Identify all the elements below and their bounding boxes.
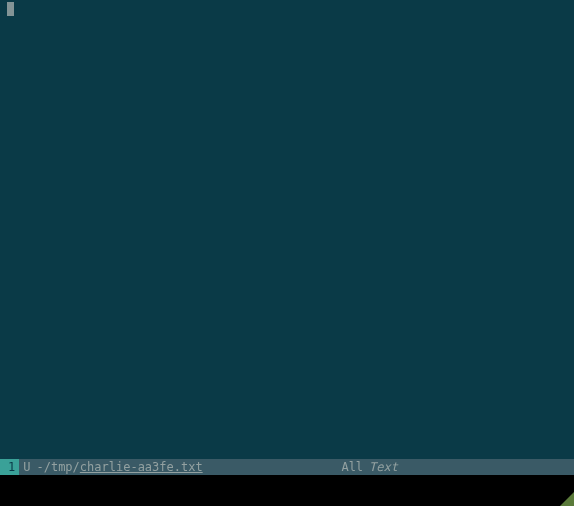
statusline: 1 U -/tmp/charlie-aa3fe.txt All Text (0, 459, 574, 475)
filename: charlie-aa3fe.txt (80, 459, 203, 475)
text-cursor (7, 2, 14, 16)
file-path: -/tmp/charlie-aa3fe.txt (34, 459, 202, 475)
path-prefix: -/tmp/ (36, 459, 79, 475)
modified-flag: U (19, 459, 34, 475)
file-mode: Text (369, 459, 404, 475)
scroll-position: All (341, 459, 369, 475)
command-line[interactable] (0, 475, 574, 506)
resize-handle-icon[interactable] (560, 492, 574, 506)
editor-buffer[interactable] (0, 0, 574, 459)
line-number-indicator: 1 (0, 459, 19, 475)
